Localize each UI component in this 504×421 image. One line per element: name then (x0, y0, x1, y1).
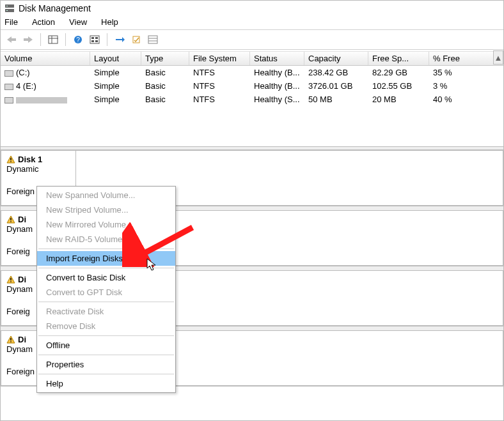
ctx-convert-to-basic-disk[interactable]: Convert to Basic Disk (37, 270, 175, 285)
ctx-help[interactable]: Help (37, 376, 175, 391)
redacted-label (16, 97, 67, 103)
forward-icon (21, 33, 35, 47)
volume-row[interactable]: Simple Basic NTFS Healthy (S... 50 MB 20… (1, 93, 503, 106)
col-layout[interactable]: Layout (90, 52, 141, 65)
title-bar: Disk Management (1, 1, 503, 16)
disk-name: Disk 1 (6, 155, 70, 164)
svg-rect-23 (10, 218, 11, 220)
ctx-new-spanned-volume: New Spanned Volume... (37, 188, 175, 203)
ctx-remove-disk: Remove Disk (37, 319, 175, 333)
volume-name-cell: 4 (E:) (1, 79, 90, 93)
properties-icon[interactable] (129, 33, 143, 47)
ctx-new-mirrored-volume: New Mirrored Volume... (37, 217, 175, 232)
settings-view-icon[interactable] (88, 33, 102, 47)
col-type[interactable]: Type (141, 52, 189, 65)
svg-rect-6 (49, 36, 58, 43)
svg-rect-4 (11, 38, 16, 41)
warning-icon (6, 335, 15, 344)
ctx-separator (38, 249, 174, 249)
svg-rect-22 (10, 161, 11, 162)
volume-row[interactable]: 4 (E:) Simple Basic NTFS Healthy (B... 3… (1, 79, 503, 93)
svg-rect-13 (95, 37, 98, 39)
ctx-convert-to-gpt-disk: Convert to GPT Disk (37, 285, 175, 300)
window-title: Disk Management (19, 3, 91, 13)
svg-rect-15 (95, 40, 98, 42)
drive-icon (4, 70, 13, 77)
svg-rect-2 (6, 6, 8, 6)
svg-rect-12 (91, 37, 94, 39)
toolbar-separator (107, 33, 107, 46)
col-filesystem[interactable]: File System (189, 52, 250, 65)
volume-name-cell: (C:) (1, 66, 90, 79)
warning-icon (6, 215, 15, 224)
disk-type: Dynamic (6, 164, 70, 174)
ctx-offline[interactable]: Offline (37, 338, 175, 353)
mouse-cursor-icon (146, 258, 158, 272)
context-menu: New Spanned Volume... New Striped Volume… (36, 186, 176, 393)
app-icon (4, 3, 15, 13)
volume-row[interactable]: (C:) Simple Basic NTFS Healthy (B... 238… (1, 66, 503, 79)
svg-rect-25 (10, 278, 11, 280)
col-free-space[interactable]: Free Sp... (368, 52, 429, 65)
ctx-separator (38, 355, 174, 355)
svg-rect-11 (90, 36, 99, 43)
svg-rect-17 (133, 36, 139, 43)
ctx-separator (38, 374, 174, 374)
toolbar-separator (40, 33, 41, 46)
toolbar-separator (65, 33, 66, 46)
ctx-reactivate-disk: Reactivate Disk (37, 304, 175, 319)
col-volume[interactable]: Volume (1, 52, 90, 65)
scroll-up-button[interactable]: ▲ (493, 50, 503, 65)
svg-rect-28 (10, 341, 11, 342)
warning-icon (6, 155, 15, 164)
drive-icon (4, 97, 13, 103)
ctx-separator (38, 302, 174, 302)
volume-name-cell (1, 93, 90, 106)
col-percent-free[interactable]: % Free (429, 52, 484, 65)
svg-rect-24 (10, 221, 11, 222)
back-icon (4, 33, 19, 47)
menu-help[interactable]: Help (101, 17, 118, 27)
menu-bar: File Action View Help (1, 16, 503, 30)
ctx-new-raid5-volume: New RAID-5 Volume... (37, 232, 175, 247)
menu-view[interactable]: View (69, 17, 87, 27)
warning-icon (6, 275, 15, 284)
menu-file[interactable]: File (4, 17, 18, 27)
menu-action[interactable]: Action (32, 17, 55, 27)
svg-rect-21 (10, 158, 11, 160)
ctx-separator (38, 335, 174, 336)
svg-rect-18 (148, 36, 157, 43)
ctx-properties[interactable]: Properties (37, 357, 175, 372)
svg-rect-14 (91, 40, 94, 42)
svg-text:?: ? (76, 36, 80, 43)
svg-rect-27 (10, 338, 11, 341)
svg-rect-26 (10, 281, 11, 282)
col-capacity[interactable]: Capacity (304, 52, 368, 65)
console-tree-icon[interactable] (46, 33, 60, 47)
list-icon[interactable] (146, 33, 160, 47)
toolbar: ? (1, 30, 503, 50)
svg-rect-5 (24, 38, 29, 41)
refresh-icon[interactable] (113, 33, 127, 47)
col-status[interactable]: Status (250, 52, 304, 65)
ctx-new-striped-volume: New Striped Volume... (37, 203, 175, 217)
svg-rect-3 (6, 10, 8, 11)
drive-icon (4, 84, 13, 90)
help-icon[interactable]: ? (71, 33, 85, 47)
volume-list-header: Volume Layout Type File System Status Ca… (1, 51, 503, 66)
